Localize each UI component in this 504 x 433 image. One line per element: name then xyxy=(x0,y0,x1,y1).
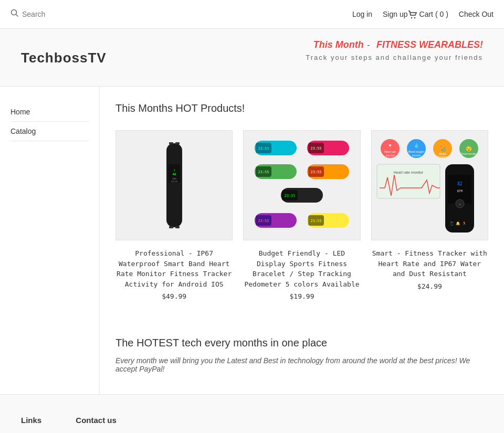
svg-text:Heart rate: Heart rate xyxy=(384,150,396,153)
search-icon xyxy=(10,9,19,19)
svg-point-0 xyxy=(12,10,17,15)
svg-text:😴: 😴 xyxy=(466,145,472,152)
cart-icon xyxy=(408,9,417,18)
footer-contact-col: Contact us admin@techboss.tv xyxy=(76,416,140,433)
svg-text:💧: 💧 xyxy=(414,142,420,149)
hero-text: This Month - FITNESS WEARABLES! Track yo… xyxy=(306,39,483,61)
svg-line-1 xyxy=(16,15,18,17)
bottom-desc: Every month we will bring you the Latest… xyxy=(116,356,488,373)
bottom-section: The HOTEST tech every months in one plac… xyxy=(116,321,488,378)
svg-text:monitor: monitor xyxy=(386,154,395,157)
product-title-3: Smart - Fitness Tracker with Heart Rate … xyxy=(371,248,488,279)
products-grid: 3 46 MON 03/20 Professional - IP67 Water… xyxy=(116,130,488,300)
footer-links-col: Links Search xyxy=(21,416,44,433)
cart-count: ( 0 ) xyxy=(435,10,448,18)
svg-text:23:55: 23:55 xyxy=(258,170,269,174)
svg-text:23:55: 23:55 xyxy=(310,170,321,174)
log-in-link[interactable]: Log in xyxy=(352,10,372,18)
svg-text:♥: ♥ xyxy=(389,143,392,148)
search-input[interactable] xyxy=(22,10,101,18)
sidebar: Home Catalog xyxy=(0,87,100,394)
product-card-1[interactable]: 3 46 MON 03/20 Professional - IP67 Water… xyxy=(116,130,233,300)
svg-text:Pressure: Pressure xyxy=(437,155,448,159)
main-content: This Months HOT Products! 3 46 MON 03/20 xyxy=(100,87,504,394)
svg-text:23:55: 23:55 xyxy=(310,146,321,151)
product-image-2: 23:55 23:55 23:55 23:55 xyxy=(243,130,360,240)
svg-rect-13 xyxy=(175,226,180,228)
svg-text:🩺: 🩺 xyxy=(439,145,446,152)
bottom-title: The HOTEST tech every months in one plac… xyxy=(116,337,488,349)
product-price-3: $24.99 xyxy=(371,282,488,290)
section-title: This Months HOT Products! xyxy=(116,102,488,114)
cart-link[interactable]: Cart ( 0 ) xyxy=(408,9,448,18)
svg-text:23:55: 23:55 xyxy=(258,219,269,223)
header-search-area xyxy=(10,9,352,19)
product-title-2: Budget Friendly - LED Display Sports Fit… xyxy=(243,248,360,289)
product-image-3: ♥ Heart rate monitor 💧 Blood oxygen moni… xyxy=(371,130,488,240)
product-card-3[interactable]: ♥ Heart rate monitor 💧 Blood oxygen moni… xyxy=(371,130,488,300)
hero-month: This Month - FITNESS WEARABLES! xyxy=(306,39,483,50)
svg-text:🔔: 🔔 xyxy=(456,221,460,226)
svg-text:🏃: 🏃 xyxy=(462,221,467,226)
site-footer: Links Search Contact us admin@techboss.t… xyxy=(0,394,504,433)
footer-columns: Links Search Contact us admin@techboss.t… xyxy=(21,416,483,433)
svg-text:Heart rate monitor: Heart rate monitor xyxy=(394,171,424,174)
svg-point-2 xyxy=(411,17,412,18)
sidebar-item-catalog[interactable]: Catalog xyxy=(10,122,89,141)
product-card-2[interactable]: 23:55 23:55 23:55 23:55 xyxy=(243,130,360,300)
svg-rect-10 xyxy=(169,142,173,144)
svg-text:3: 3 xyxy=(173,168,175,172)
product-image-1: 3 46 MON 03/20 xyxy=(116,130,233,240)
svg-text:Tired monitor: Tired monitor xyxy=(461,152,477,155)
header-nav: Log in Sign up xyxy=(352,10,408,18)
checkout-link[interactable]: Check Out xyxy=(459,10,494,18)
svg-text:03/20: 03/20 xyxy=(171,180,178,183)
svg-rect-11 xyxy=(175,142,180,144)
svg-text:BPM: BPM xyxy=(457,189,463,193)
svg-text:23:55: 23:55 xyxy=(258,146,269,151)
footer-contact-heading: Contact us xyxy=(76,416,140,425)
footer-links-heading: Links xyxy=(21,416,44,425)
svg-text:82: 82 xyxy=(457,182,463,186)
svg-text:●: ● xyxy=(459,203,461,206)
svg-text:Blood oxygen: Blood oxygen xyxy=(408,150,425,153)
svg-text:📱: 📱 xyxy=(449,221,454,226)
hero-subtitle: Track your steps and challange your frie… xyxy=(306,54,483,61)
product-title-1: Professional - IP67 Waterproof Smart Ban… xyxy=(116,248,233,289)
hero-banner: TechbossTV This Month - FITNESS WEARABLE… xyxy=(0,29,504,87)
brand-title: TechbossTV xyxy=(21,49,107,66)
svg-text:23:55: 23:55 xyxy=(310,219,321,223)
main-wrapper: Home Catalog This Months HOT Products! 3… xyxy=(0,87,504,394)
svg-text:23:55: 23:55 xyxy=(284,194,295,198)
svg-rect-12 xyxy=(169,226,173,228)
sidebar-item-home[interactable]: Home xyxy=(10,102,89,122)
svg-point-3 xyxy=(414,17,415,18)
svg-rect-4 xyxy=(166,143,182,227)
svg-text:monitor: monitor xyxy=(412,154,421,157)
sign-up-link[interactable]: Sign up xyxy=(383,10,407,18)
site-header: Log in Sign up Cart ( 0 ) Check Out xyxy=(0,0,504,29)
product-price-1: $49.99 xyxy=(116,292,233,300)
header-cart-area: Cart ( 0 ) Check Out xyxy=(408,9,494,18)
product-price-2: $19.99 xyxy=(243,292,360,300)
cart-label: Cart xyxy=(419,10,433,18)
svg-text:46: 46 xyxy=(172,172,176,176)
